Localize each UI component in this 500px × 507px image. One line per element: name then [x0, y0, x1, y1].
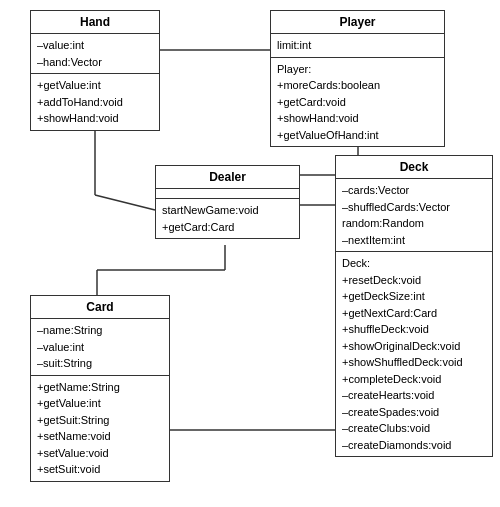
dealer-box: Dealer startNewGame:void +getCard:Card	[155, 165, 300, 239]
deck-attributes: –cards:Vector –shuffledCards:Vector rand…	[336, 179, 492, 252]
hand-methods: +getValue:int +addToHand:void +showHand:…	[31, 74, 159, 130]
player-title: Player	[271, 11, 444, 34]
hand-attributes: –value:int –hand:Vector	[31, 34, 159, 74]
card-attributes: –name:String –value:int –suit:String	[31, 319, 169, 376]
dealer-methods: startNewGame:void +getCard:Card	[156, 199, 299, 238]
svg-line-2	[95, 195, 155, 210]
card-methods: +getName:String +getValue:int +getSuit:S…	[31, 376, 169, 481]
deck-box: Deck –cards:Vector –shuffledCards:Vector…	[335, 155, 493, 457]
player-methods: Player: +moreCards:boolean +getCard:void…	[271, 58, 444, 147]
hand-box: Hand –value:int –hand:Vector +getValue:i…	[30, 10, 160, 131]
card-title: Card	[31, 296, 169, 319]
hand-title: Hand	[31, 11, 159, 34]
deck-methods: Deck: +resetDeck:void +getDeckSize:int +…	[336, 252, 492, 456]
deck-title: Deck	[336, 156, 492, 179]
uml-diagram: Hand –value:int –hand:Vector +getValue:i…	[0, 0, 500, 507]
dealer-attributes	[156, 189, 299, 199]
dealer-title: Dealer	[156, 166, 299, 189]
card-box: Card –name:String –value:int –suit:Strin…	[30, 295, 170, 482]
player-attributes: limit:int	[271, 34, 444, 58]
player-box: Player limit:int Player: +moreCards:bool…	[270, 10, 445, 147]
